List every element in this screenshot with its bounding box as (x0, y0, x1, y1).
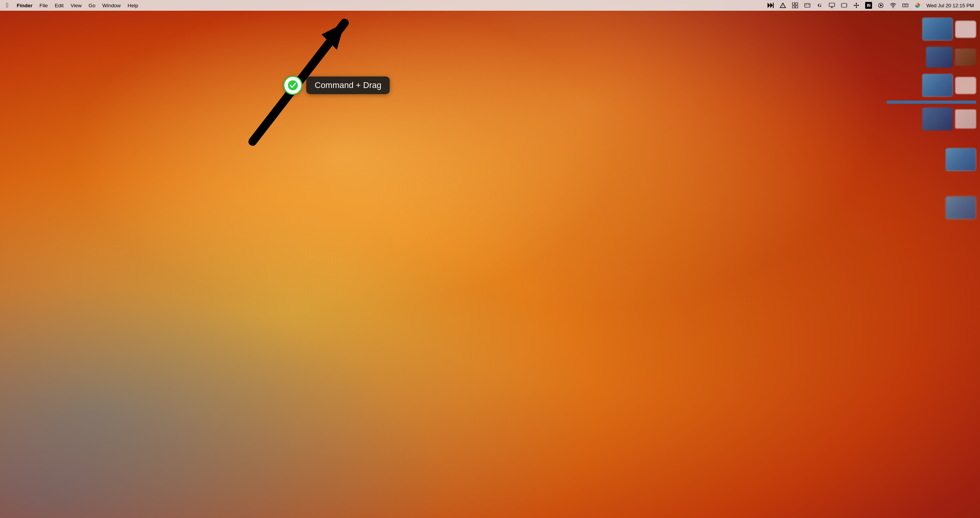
move-icon[interactable] (853, 2, 860, 9)
svg-marker-0 (768, 3, 770, 8)
finder-menu[interactable]: Finder (17, 3, 33, 8)
sidebar-row-4 (880, 104, 980, 134)
app-thumb-4 (955, 49, 976, 66)
edit-menu[interactable]: Edit (55, 3, 64, 8)
grid-icon[interactable] (792, 2, 799, 9)
app-thumb-3 (926, 47, 953, 68)
svg-rect-4 (792, 3, 795, 5)
blue-accent-bar (887, 101, 976, 104)
fast-forward-icon[interactable] (767, 2, 774, 9)
play-icon[interactable] (877, 2, 884, 9)
rectangle-icon[interactable] (841, 2, 848, 9)
app-thumb-6 (955, 77, 976, 94)
svg-marker-22 (880, 4, 882, 7)
svg-text:!: ! (782, 5, 783, 7)
app-thumb-10 (946, 196, 976, 219)
colorwheel-icon[interactable] (914, 2, 921, 9)
svg-rect-7 (795, 6, 798, 8)
command-drag-tooltip: Command + Drag (283, 76, 390, 95)
monitor-icon[interactable] (828, 2, 835, 9)
menubar:  Finder File Edit View Go Window Help ! (0, 0, 980, 11)
sidebar-row-6 (880, 193, 980, 222)
wifi-icon[interactable] (890, 2, 897, 9)
sidebar-thumbnails (880, 11, 980, 518)
svg-marker-19 (854, 5, 855, 6)
svg-point-28 (288, 80, 298, 90)
command-drag-label: Command + Drag (306, 77, 390, 94)
svg-rect-5 (795, 3, 798, 5)
notchmeister-icon[interactable]: IN (865, 2, 872, 9)
g-icon[interactable]: G (816, 2, 823, 9)
app-thumb-7 (922, 108, 953, 130)
svg-rect-2 (773, 3, 774, 8)
help-menu[interactable]: Help (127, 3, 138, 8)
sidebar-row-5 (880, 145, 980, 174)
triangle-icon[interactable]: ! (779, 2, 786, 9)
menubar-datetime: Wed Jul 20 12:15 PM (926, 3, 974, 8)
svg-point-23 (893, 7, 893, 8)
svg-rect-8 (805, 3, 810, 7)
svg-rect-11 (829, 3, 835, 7)
window-menu[interactable]: Window (102, 3, 121, 8)
desktop-background (0, 0, 980, 518)
svg-rect-24 (903, 4, 908, 7)
svg-marker-17 (856, 3, 857, 4)
go-menu[interactable]: Go (88, 3, 95, 8)
cast-icon[interactable] (902, 2, 909, 9)
svg-marker-18 (856, 7, 857, 8)
apple-menu[interactable]:  (6, 2, 8, 9)
svg-rect-9 (805, 4, 807, 5)
app-thumb-1 (922, 18, 953, 41)
view-menu[interactable]: View (70, 3, 82, 8)
file-menu[interactable]: File (39, 3, 48, 8)
app-thumb-8 (955, 109, 976, 129)
sidebar-row-1 (880, 15, 980, 44)
app-thumb-9 (946, 148, 976, 171)
checkmark-icon (283, 76, 302, 95)
app-thumb-5 (922, 74, 953, 97)
svg-marker-1 (770, 3, 773, 8)
svg-rect-14 (841, 3, 847, 7)
svg-rect-10 (808, 4, 809, 5)
expand-icon[interactable] (804, 2, 811, 9)
app-thumb-2 (955, 21, 976, 38)
sidebar-row-2 (880, 44, 980, 71)
svg-marker-20 (858, 5, 859, 6)
svg-rect-6 (792, 6, 795, 8)
sidebar-row-3 (880, 71, 980, 100)
